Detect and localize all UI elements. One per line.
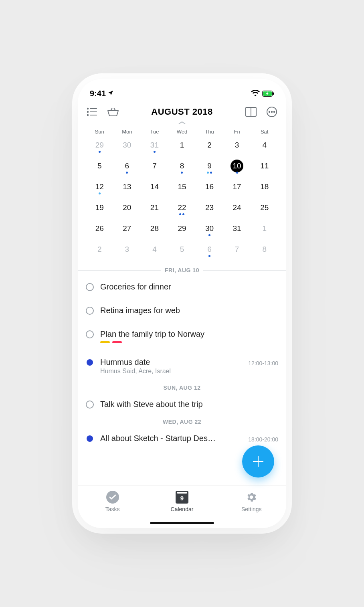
calendar-day[interactable]: 15 [168,180,196,198]
home-indicator[interactable] [150,522,214,524]
calendar-day[interactable]: 28 [141,222,168,240]
calendar-day[interactable]: 17 [223,180,251,198]
calendar-day[interactable]: 19 [86,201,113,219]
calendar-day[interactable]: 12 [86,180,113,198]
task-checkbox[interactable] [86,307,94,315]
item-title: All about Sketch - Startup Des… [100,434,242,443]
notch [132,79,232,93]
calendar-day[interactable]: 31 [141,139,168,156]
list-item[interactable]: Plan the family trip to Norway [78,322,286,350]
tab-settings[interactable]: Settings [217,486,286,528]
calendar-day[interactable]: 16 [196,180,223,198]
calendar-day[interactable]: 1 [168,139,196,156]
item-title: Hummus date [100,358,242,367]
tab-settings-label: Settings [241,506,262,512]
calendar-day[interactable]: 18 [251,180,278,198]
calendar-day[interactable]: 5 [86,160,113,177]
item-title: Plan the family trip to Norway [100,330,278,339]
list-item[interactable]: Groceries for dinner [78,275,286,299]
date-separator: FRI, AUG 10 [78,265,286,275]
calendar-day[interactable]: 2 [86,243,113,261]
item-time: 18:00-20:00 [248,434,278,443]
calendar-day[interactable]: 3 [223,139,251,156]
calendar-day[interactable]: 14 [141,180,168,198]
add-button[interactable] [242,445,274,478]
task-checkbox[interactable] [86,401,94,409]
calendar-day[interactable]: 11 [251,160,278,177]
date-label: FRI, AUG 10 [165,267,199,273]
battery-icon [262,91,274,98]
calendar-day[interactable]: 26 [86,222,113,240]
chevron-up-icon[interactable] [78,119,286,125]
list-item[interactable]: Hummus dateHumus Said, Acre, Israel12:00… [78,350,286,382]
calendar-day[interactable]: 20 [113,201,141,219]
date-label: WED, AUG 22 [163,419,201,425]
calendar-day[interactable]: 7 [223,243,251,261]
tab-tasks[interactable]: Tasks [78,486,147,528]
svg-point-7 [87,115,88,115]
calendar-day[interactable]: 10 [223,160,251,177]
calendar-day[interactable]: 30 [113,139,141,156]
calendar-grid: 2930311234567891011121314151617181920212… [78,136,286,265]
calendar-day[interactable]: 8 [168,160,196,177]
calendar-day[interactable]: 4 [141,243,168,261]
list-item[interactable]: Talk with Steve about the trip [78,393,286,416]
basket-icon[interactable] [107,105,119,118]
status-time: 9:41 [90,89,106,98]
svg-point-5 [87,111,88,112]
more-icon[interactable] [265,105,278,118]
calendar-day[interactable]: 8 [251,243,278,261]
calendar-day[interactable]: 27 [113,222,141,240]
list-item[interactable]: Retina images for web [78,299,286,322]
task-checkbox[interactable] [86,283,94,291]
weekday: Fri [223,129,251,135]
event-bullet-icon [87,435,93,442]
item-subtitle: Humus Said, Acre, Israel [100,368,242,375]
calendar-day[interactable]: 31 [223,222,251,240]
task-checkbox[interactable] [86,330,94,338]
gear-icon [245,491,258,504]
weekday: Sun [86,129,113,135]
calendar-day[interactable]: 24 [223,201,251,219]
list-icon[interactable] [86,105,99,118]
location-icon [107,89,114,98]
calendar-day[interactable]: 21 [141,201,168,219]
calendar-day[interactable]: 30 [196,222,223,240]
calendar-day[interactable]: 29 [86,139,113,156]
weekday: Sat [251,129,278,135]
event-bullet-icon [87,359,93,366]
tag-yellow [100,341,110,343]
svg-point-13 [271,111,272,112]
calendar-day[interactable]: 23 [196,201,223,219]
weekday: Thu [196,129,223,135]
weekday: Tue [141,129,168,135]
toolbar: AUGUST 2018 [78,100,286,120]
check-circle-icon [106,491,119,504]
calendar-day[interactable]: 4 [251,139,278,156]
calendar-day[interactable]: 13 [113,180,141,198]
month-title[interactable]: AUGUST 2018 [119,107,245,117]
calendar-day[interactable]: 9 [196,160,223,177]
weekday: Mon [113,129,141,135]
tab-tasks-label: Tasks [105,506,120,512]
svg-point-14 [274,111,275,112]
phone-frame: 9:41 [78,79,286,528]
svg-rect-2 [273,92,274,95]
weekday-row: SunMonTueWedThuFriSat [78,125,286,136]
book-icon[interactable] [245,105,257,118]
tab-calendar-label: Calendar [171,506,194,512]
calendar-day[interactable]: 2 [196,139,223,156]
tag-red [112,341,122,343]
item-title: Talk with Steve about the trip [100,400,278,409]
calendar-day[interactable]: 3 [113,243,141,261]
calendar-day[interactable]: 29 [168,222,196,240]
calendar-day[interactable]: 22 [168,201,196,219]
calendar-day[interactable]: 7 [141,160,168,177]
wifi-icon [251,90,260,98]
calendar-day[interactable]: 6 [196,243,223,261]
calendar-day[interactable]: 5 [168,243,196,261]
calendar-day[interactable]: 25 [251,201,278,219]
calendar-day[interactable]: 1 [251,222,278,240]
date-label: SUN, AUG 12 [164,384,201,391]
calendar-day[interactable]: 6 [113,160,141,177]
